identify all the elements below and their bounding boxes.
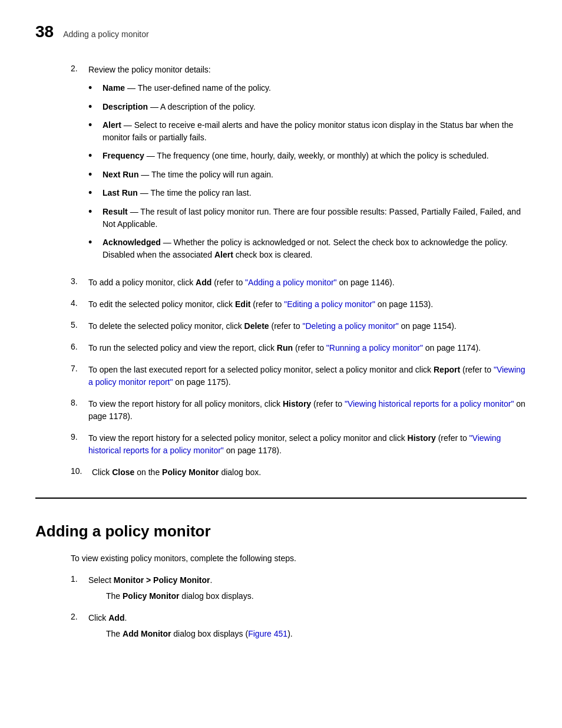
step-3-link[interactable]: "Adding a policy monitor" xyxy=(245,278,336,287)
step-4-text: To edit the selected policy monitor, cli… xyxy=(88,298,527,311)
sub-step-1-subtext: The Policy Monitor dialog box displays. xyxy=(106,590,527,602)
step-5-bold: Delete xyxy=(244,321,269,331)
bullet-content-acknowledged: Acknowledged — Whether the policy is ack… xyxy=(103,236,527,261)
step-4-prefix: To edit the selected policy monitor, cli… xyxy=(88,299,235,309)
sub-step-2-figure-link[interactable]: Figure 451 xyxy=(248,629,287,638)
step-3-bold: Add xyxy=(196,278,211,287)
step-8-prefix: To view the report history for all polic… xyxy=(88,399,283,409)
step-4-link[interactable]: "Editing a policy monitor" xyxy=(284,299,375,309)
page: 38 Adding a policy monitor 2. Review the… xyxy=(0,0,562,685)
sub-step-1-subtext-bold: Policy Monitor xyxy=(123,591,179,601)
bullet-text-next-run: — The time the policy will run again. xyxy=(138,170,273,179)
step-9-prefix: To view the report history for a selecte… xyxy=(88,433,408,443)
sub-step-2-subtext-bold: Add Monitor xyxy=(123,629,171,638)
sub-step-1: 1. Select Monitor > Policy Monitor. The … xyxy=(71,574,527,602)
step-2-number: 2. xyxy=(71,64,88,267)
sub-step-2-prefix: Click xyxy=(88,613,108,622)
step-6-bold: Run xyxy=(277,343,293,353)
step-4: 4. To edit the selected policy monitor, … xyxy=(71,298,527,311)
bullet-text-frequency: — The frequency (one time, hourly, daily… xyxy=(144,151,489,160)
bullet-label-acknowledged: Acknowledged xyxy=(103,238,161,247)
bullet-item-result: • Result — The result of last policy mon… xyxy=(88,206,527,230)
step-5-link[interactable]: "Deleting a policy monitor" xyxy=(302,321,398,331)
step-7-after: on page 1175). xyxy=(173,377,230,387)
step-10-bold-policy: Policy Monitor xyxy=(162,467,219,477)
step-7-bold: Report xyxy=(434,365,460,374)
step-5-prefix: To delete the selected policy monitor, c… xyxy=(88,321,244,331)
step-5-after: on page 1154). xyxy=(399,321,457,331)
section-intro: To view existing policy monitors, comple… xyxy=(71,552,527,565)
step-7: 7. To open the last executed report for … xyxy=(71,364,527,388)
bullet-text-name: — The user-defined name of the policy. xyxy=(125,83,271,93)
bullet-label-frequency: Frequency xyxy=(103,151,144,160)
bullet-text-description: — A description of the policy. xyxy=(148,102,256,111)
step-4-mid: (refer to xyxy=(250,299,284,309)
step-2-text: Review the policy monitor details: • Nam… xyxy=(88,64,527,267)
step-9-after: on page 1178). xyxy=(224,446,282,455)
bullet-label-last-run: Last Run xyxy=(103,188,138,197)
bullet-dot: • xyxy=(88,119,100,132)
step-2-container: 2. Review the policy monitor details: • … xyxy=(71,64,527,267)
sub-step-1-subtext-prefix: The xyxy=(106,591,123,601)
bullet-item-name: • Name — The user-defined name of the po… xyxy=(88,82,527,95)
sub-step-1-text: Select Monitor > Policy Monitor. The Pol… xyxy=(88,574,527,602)
step-10: 10. Click Close on the Policy Monitor di… xyxy=(71,466,527,479)
step-7-mid: (refer to xyxy=(460,365,494,374)
step-5-mid: (refer to xyxy=(269,321,303,331)
bullet-item-next-run: • Next Run — The time the policy will ru… xyxy=(88,169,527,182)
bullet-dot: • xyxy=(88,150,100,163)
step-5-text: To delete the selected policy monitor, c… xyxy=(88,320,527,332)
sub-step-2-subtext-after: ). xyxy=(287,629,293,638)
sub-step-2-number: 2. xyxy=(71,612,88,640)
step-4-after: on page 1153). xyxy=(375,299,433,309)
step-6-after: on page 1174). xyxy=(423,343,481,353)
bullet-label-description: Description xyxy=(103,102,148,111)
bullet-label-next-run: Next Run xyxy=(103,170,138,179)
step-8-mid: (refer to xyxy=(311,399,345,409)
step-6-text: To run the selected policy and view the … xyxy=(88,342,527,354)
bullet-item-frequency: • Frequency — The frequency (one time, h… xyxy=(88,150,527,163)
bullet-content-alert: Alert — Select to receive e-mail alerts … xyxy=(103,119,527,144)
bullet-dot: • xyxy=(88,101,100,114)
sub-step-1-bold: Monitor > Policy Monitor xyxy=(114,575,210,585)
step-8-number: 8. xyxy=(71,398,88,423)
sub-step-2-after: . xyxy=(124,613,127,622)
step-10-text: Click Close on the Policy Monitor dialog… xyxy=(92,466,527,479)
bullet-text-result: — The result of last policy monitor run.… xyxy=(103,207,521,229)
step-4-bold: Edit xyxy=(235,299,250,309)
step-7-prefix: To open the last executed report for a s… xyxy=(88,365,434,374)
bullet-text-alert: — Select to receive e-mail alerts and ha… xyxy=(103,120,513,142)
step-8: 8. To view the report history for all po… xyxy=(71,398,527,423)
step-8-text: To view the report history for all polic… xyxy=(88,398,527,423)
sub-step-2-subtext-prefix: The xyxy=(106,629,123,638)
page-header: 38 Adding a policy monitor xyxy=(35,24,527,40)
bullet-content-frequency: Frequency — The frequency (one time, hou… xyxy=(103,150,527,162)
main-content: 2. Review the policy monitor details: • … xyxy=(71,64,527,479)
bullet-content-description: Description — A description of the polic… xyxy=(103,101,527,113)
bullet-content-name: Name — The user-defined name of the poli… xyxy=(103,82,527,94)
bullet-text-last-run: — The time the policy ran last. xyxy=(138,188,252,197)
step-3-after: on page 1146). xyxy=(337,278,395,287)
step-7-text: To open the last executed report for a s… xyxy=(88,364,527,388)
bullet-dot: • xyxy=(88,236,100,249)
sub-step-2-text: Click Add. The Add Monitor dialog box di… xyxy=(88,612,527,640)
bullet-item-acknowledged: • Acknowledged — Whether the policy is a… xyxy=(88,236,527,261)
step-8-link[interactable]: "Viewing historical reports for a policy… xyxy=(345,399,514,409)
bullet-content-last-run: Last Run — The time the policy ran last. xyxy=(103,187,527,199)
step-6-number: 6. xyxy=(71,342,88,354)
sub-step-1-number: 1. xyxy=(71,574,88,602)
bullet-label-result: Result xyxy=(103,207,128,216)
bullet-label-alert: Alert xyxy=(103,120,121,130)
bullet-dot: • xyxy=(88,169,100,182)
step-3-prefix: To add a policy monitor, click xyxy=(88,278,196,287)
sub-step-2-bold: Add xyxy=(108,613,124,622)
bullet-content-next-run: Next Run — The time the policy will run … xyxy=(103,169,527,181)
step-6-link[interactable]: "Running a policy monitor" xyxy=(326,343,423,353)
step-6: 6. To run the selected policy and view t… xyxy=(71,342,527,354)
section-divider xyxy=(35,498,527,499)
step-3-mid: (refer to xyxy=(211,278,245,287)
step-5: 5. To delete the selected policy monitor… xyxy=(71,320,527,332)
bullet-list: • Name — The user-defined name of the po… xyxy=(88,82,527,261)
step-7-number: 7. xyxy=(71,364,88,388)
step-6-prefix: To run the selected policy and view the … xyxy=(88,343,277,353)
